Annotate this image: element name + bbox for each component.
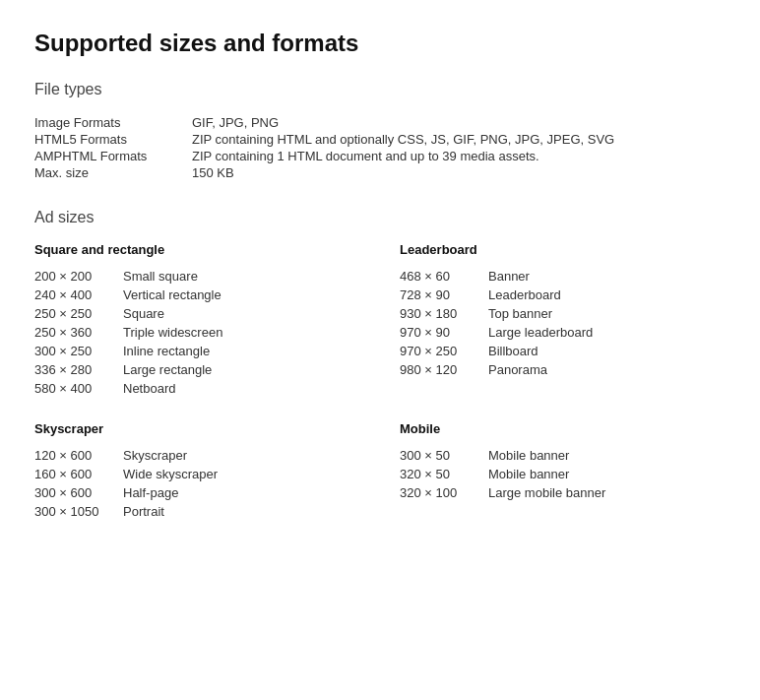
file-type-row: AMPHTML Formats ZIP containing 1 HTML do… <box>34 148 614 164</box>
file-type-value: ZIP containing 1 HTML document and up to… <box>192 148 614 164</box>
ad-size-dimensions: 240 × 400 <box>34 287 123 302</box>
ad-size-name: Half-page <box>123 485 178 500</box>
ad-size-row: 240 × 400 Vertical rectangle <box>34 286 360 304</box>
file-type-row: Max. size 150 KB <box>34 164 614 181</box>
ad-sizes-grid: Square and rectangle 200 × 200 Small squ… <box>34 242 726 544</box>
ad-size-dimensions: 970 × 90 <box>400 325 488 340</box>
ad-size-dimensions: 320 × 50 <box>400 467 488 481</box>
file-type-value: 150 KB <box>192 164 614 181</box>
file-type-row: Image Formats GIF, JPG, PNG <box>34 114 614 131</box>
file-types-table: Image Formats GIF, JPG, PNG HTML5 Format… <box>34 114 614 181</box>
ad-size-row: 300 × 600 Half-page <box>34 483 360 502</box>
ad-size-name: Small square <box>123 269 198 284</box>
file-type-value: ZIP containing HTML and optionally CSS, … <box>192 131 614 148</box>
ad-group-title: Square and rectangle <box>34 242 360 257</box>
ad-size-name: Wide skyscraper <box>123 467 218 481</box>
ad-sizes-section: Ad sizes Square and rectangle 200 × 200 … <box>34 209 726 544</box>
ad-size-row: 300 × 1050 Portrait <box>34 502 360 521</box>
ad-size-row: 300 × 50 Mobile banner <box>400 446 726 465</box>
ad-group-title: Leaderboard <box>400 242 726 257</box>
ad-size-dimensions: 580 × 400 <box>34 381 123 396</box>
ad-size-name: Banner <box>488 269 530 284</box>
page-title: Supported sizes and formats <box>34 30 726 57</box>
ad-size-row: 580 × 400 Netboard <box>34 379 360 398</box>
ad-size-dimensions: 980 × 120 <box>400 362 488 377</box>
ad-size-row: 728 × 90 Leaderboard <box>400 286 726 304</box>
ad-group-title: Skyscraper <box>34 421 360 436</box>
ad-size-name: Large mobile banner <box>488 485 605 500</box>
ad-size-dimensions: 320 × 100 <box>400 485 488 500</box>
ad-size-dimensions: 728 × 90 <box>400 287 488 302</box>
file-type-row: HTML5 Formats ZIP containing HTML and op… <box>34 131 614 148</box>
ad-size-name: Skyscraper <box>123 448 187 463</box>
ad-size-row: 320 × 50 Mobile banner <box>400 465 726 483</box>
ad-size-row: 250 × 360 Triple widescreen <box>34 323 360 342</box>
ad-size-name: Large leaderboard <box>488 325 593 340</box>
ad-size-row: 468 × 60 Banner <box>400 267 726 286</box>
ad-size-row: 120 × 600 Skyscraper <box>34 446 360 465</box>
ad-size-dimensions: 300 × 600 <box>34 485 123 500</box>
ad-size-name: Billboard <box>488 344 538 358</box>
ad-size-row: 336 × 280 Large rectangle <box>34 360 360 379</box>
ad-size-row: 300 × 250 Inline rectangle <box>34 342 360 360</box>
ad-size-name: Large rectangle <box>123 362 212 377</box>
file-type-label: HTML5 Formats <box>34 131 192 148</box>
ad-size-row: 970 × 250 Billboard <box>400 342 726 360</box>
ad-size-name: Top banner <box>488 306 552 321</box>
ad-size-name: Square <box>123 306 164 321</box>
ad-size-name: Mobile banner <box>488 467 569 481</box>
ad-size-name: Vertical rectangle <box>123 287 222 302</box>
ad-sizes-heading: Ad sizes <box>34 209 726 226</box>
ad-size-name: Triple widescreen <box>123 325 222 340</box>
ad-size-row: 970 × 90 Large leaderboard <box>400 323 726 342</box>
ad-size-row: 320 × 100 Large mobile banner <box>400 483 726 502</box>
file-type-label: Max. size <box>34 164 192 181</box>
ad-size-dimensions: 160 × 600 <box>34 467 123 481</box>
ad-size-row: 200 × 200 Small square <box>34 267 360 286</box>
ad-size-dimensions: 930 × 180 <box>400 306 488 321</box>
ad-size-dimensions: 336 × 280 <box>34 362 123 377</box>
ad-group: Skyscraper 120 × 600 Skyscraper 160 × 60… <box>34 421 360 521</box>
ad-size-name: Portrait <box>123 504 164 519</box>
ad-group: Leaderboard 468 × 60 Banner 728 × 90 Lea… <box>400 242 726 398</box>
ad-size-row: 980 × 120 Panorama <box>400 360 726 379</box>
ad-size-row: 160 × 600 Wide skyscraper <box>34 465 360 483</box>
ad-size-dimensions: 120 × 600 <box>34 448 123 463</box>
ad-size-dimensions: 970 × 250 <box>400 344 488 358</box>
file-type-value: GIF, JPG, PNG <box>192 114 614 131</box>
ad-size-name: Netboard <box>123 381 175 396</box>
ad-group: Mobile 300 × 50 Mobile banner 320 × 50 M… <box>400 421 726 521</box>
ad-size-dimensions: 300 × 250 <box>34 344 123 358</box>
ad-size-dimensions: 468 × 60 <box>400 269 488 284</box>
file-type-label: AMPHTML Formats <box>34 148 192 164</box>
file-type-label: Image Formats <box>34 114 192 131</box>
file-types-heading: File types <box>34 81 726 98</box>
ad-group-title: Mobile <box>400 421 726 436</box>
ad-size-dimensions: 200 × 200 <box>34 269 123 284</box>
ad-size-row: 250 × 250 Square <box>34 304 360 323</box>
ad-size-name: Mobile banner <box>488 448 569 463</box>
file-types-section: File types Image Formats GIF, JPG, PNG H… <box>34 81 726 181</box>
ad-size-row: 930 × 180 Top banner <box>400 304 726 323</box>
ad-size-dimensions: 300 × 1050 <box>34 504 123 519</box>
ad-size-dimensions: 250 × 250 <box>34 306 123 321</box>
ad-size-name: Panorama <box>488 362 547 377</box>
ad-size-name: Inline rectangle <box>123 344 210 358</box>
ad-size-dimensions: 300 × 50 <box>400 448 488 463</box>
ad-size-name: Leaderboard <box>488 287 561 302</box>
ad-group: Square and rectangle 200 × 200 Small squ… <box>34 242 360 398</box>
ad-size-dimensions: 250 × 360 <box>34 325 123 340</box>
